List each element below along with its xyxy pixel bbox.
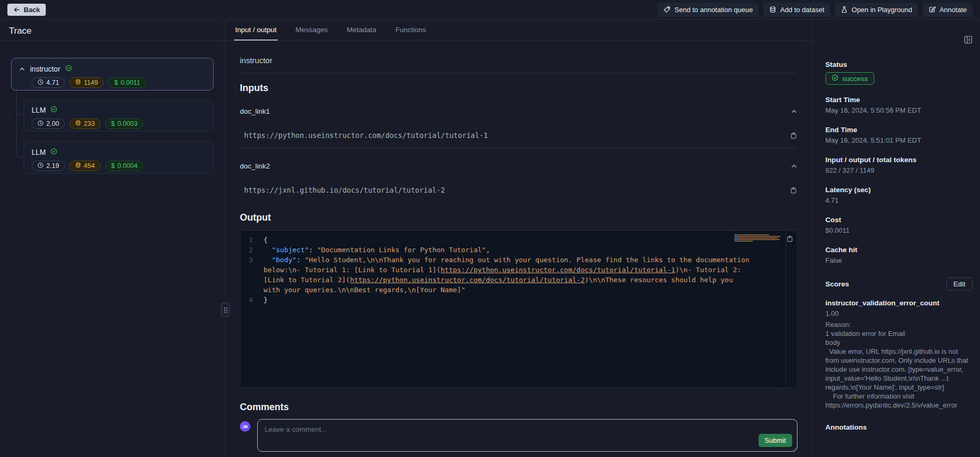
back-button[interactable]: Back bbox=[7, 4, 46, 16]
code-line: 2 "subject": "Documentation Links for Py… bbox=[240, 245, 797, 255]
clock-icon bbox=[37, 120, 44, 128]
check-circle-icon bbox=[65, 65, 72, 73]
cost-value: 0.0003 bbox=[117, 121, 137, 127]
code-text: : bbox=[297, 256, 305, 264]
arrow-left-icon bbox=[13, 6, 20, 13]
tree-node-label: LLM bbox=[32, 148, 46, 156]
output-code-block: 1 { 2 "subject": "Documentation Links fo… bbox=[240, 230, 797, 388]
field-value: $0.0011 bbox=[825, 226, 973, 235]
line-number: 2 bbox=[240, 245, 264, 255]
annotate-button[interactable]: Annotate bbox=[923, 3, 973, 17]
submit-label: Submit bbox=[765, 436, 786, 444]
json-url: https://python.useinstructor.com/docs/tu… bbox=[441, 266, 675, 274]
database-icon bbox=[75, 79, 81, 86]
json-key: "body" bbox=[272, 256, 297, 264]
tab-messages[interactable]: Messages bbox=[295, 19, 329, 41]
code-text: } bbox=[264, 296, 268, 304]
dollar-icon: $ bbox=[114, 80, 118, 86]
cost-value: 0.0011 bbox=[120, 80, 140, 86]
comment-input[interactable] bbox=[258, 420, 797, 451]
json-string: "Documentation Links for Python Tutorial… bbox=[317, 246, 486, 254]
copy-icon[interactable] bbox=[790, 186, 797, 194]
add-to-dataset-label: Add to dataset bbox=[780, 6, 824, 14]
field-value: False bbox=[825, 256, 973, 265]
database-icon bbox=[75, 120, 81, 127]
field-value: 822 / 327 / 1149 bbox=[825, 166, 973, 175]
json-url: https://python.useinstructor.com/docs/tu… bbox=[350, 276, 584, 284]
annotations-label: Annotations bbox=[825, 423, 973, 432]
input-field-value-row: https://jxnl.github.io/docs/tutorial/tut… bbox=[240, 186, 797, 194]
check-circle-icon bbox=[832, 74, 838, 83]
field-value: May 16, 2024, 5:50:56 PM EDT bbox=[825, 106, 973, 115]
pencil-square-icon bbox=[928, 6, 936, 13]
io-panel: instructor Inputs doc_link1 https://pyth… bbox=[226, 41, 812, 457]
flask-icon bbox=[841, 6, 848, 13]
collapse-chevron-up-icon[interactable] bbox=[791, 108, 797, 115]
comment-composer: JB Submit bbox=[240, 419, 797, 452]
collapse-panel-icon[interactable] bbox=[964, 35, 973, 44]
tab-bar: Input / output Messages Metadata Functio… bbox=[226, 19, 812, 41]
line-number: 3 bbox=[240, 255, 264, 295]
tree-node-header: LLM bbox=[24, 100, 213, 114]
copy-icon[interactable] bbox=[786, 235, 794, 243]
tab-label: Metadata bbox=[347, 26, 376, 34]
latency-value: 2.00 bbox=[46, 121, 59, 127]
line-number: 4 bbox=[240, 295, 264, 305]
inputs-heading: Inputs bbox=[240, 83, 797, 94]
main-content: Input / output Messages Metadata Functio… bbox=[226, 19, 812, 457]
add-to-dataset-button[interactable]: Add to dataset bbox=[763, 3, 830, 17]
annotation-tag-icon bbox=[663, 6, 671, 13]
tree-node-label: LLM bbox=[32, 106, 46, 114]
tree-node-llm-2[interactable]: LLM 2.19 454 $ 0.0 bbox=[24, 141, 214, 174]
edit-label: Edit bbox=[954, 280, 965, 288]
panel-field: Cache hit False bbox=[825, 246, 973, 265]
clock-icon bbox=[37, 162, 44, 170]
tree-node-instructor[interactable]: instructor 4.71 1149 $ bbox=[11, 58, 214, 91]
tokens-badge: 454 bbox=[69, 161, 100, 171]
status-label: Status bbox=[825, 61, 973, 69]
scores-header: Scores Edit bbox=[825, 277, 973, 291]
avatar: JB bbox=[240, 421, 250, 432]
code-scrollbar[interactable] bbox=[785, 231, 786, 388]
tree-node-llm-1[interactable]: LLM 2.00 233 $ 0.0 bbox=[24, 99, 214, 132]
field-label: Latency (sec) bbox=[825, 186, 973, 194]
chevron-up-icon[interactable] bbox=[19, 66, 25, 72]
panel-field: Latency (sec) 4.71 bbox=[825, 186, 973, 205]
send-to-annotation-queue-button[interactable]: Send to annotation queue bbox=[658, 3, 759, 17]
details-panel: Status success Start Time May 16, 2024, … bbox=[812, 19, 980, 457]
code-text: , bbox=[486, 246, 490, 254]
code-text: : bbox=[309, 246, 317, 254]
output-heading: Output bbox=[240, 212, 797, 223]
cost-badge: $ 0.0004 bbox=[105, 161, 143, 171]
cost-value: 0.0004 bbox=[117, 163, 137, 170]
code-text: { bbox=[264, 236, 268, 244]
panel-field: Input / output / total tokens 822 / 327 … bbox=[825, 156, 973, 175]
collapse-chevron-up-icon[interactable] bbox=[791, 163, 797, 170]
tab-functions[interactable]: Functions bbox=[395, 19, 428, 41]
send-to-annotation-queue-label: Send to annotation queue bbox=[674, 6, 753, 14]
database-icon bbox=[75, 162, 81, 170]
submit-button[interactable]: Submit bbox=[759, 434, 792, 447]
tab-label: Messages bbox=[296, 26, 328, 34]
field-label: Cache hit bbox=[825, 246, 973, 254]
tab-label: Input / output bbox=[235, 26, 277, 34]
score-reason: Reason: 1 validation error for Email bod… bbox=[825, 320, 973, 410]
code-line: 3 "body": "Hello Student,\n\nThank you f… bbox=[240, 255, 797, 295]
copy-icon[interactable] bbox=[790, 132, 797, 140]
tab-input-output[interactable]: Input / output bbox=[234, 19, 278, 41]
latency-value: 4.71 bbox=[46, 80, 59, 86]
tab-metadata[interactable]: Metadata bbox=[346, 19, 377, 41]
tab-label: Functions bbox=[396, 26, 427, 34]
input-field-value-row: https://python.useinstructor.com/docs/tu… bbox=[240, 131, 797, 140]
code-line: 1 { bbox=[240, 235, 797, 245]
open-in-playground-button[interactable]: Open in Playground bbox=[835, 3, 918, 17]
check-circle-icon bbox=[50, 106, 57, 114]
dollar-icon: $ bbox=[111, 121, 115, 127]
input-field-value: https://jxnl.github.io/docs/tutorial/tut… bbox=[240, 186, 445, 194]
panel-field: Cost $0.0011 bbox=[825, 216, 973, 235]
line-number: 1 bbox=[240, 235, 264, 245]
tokens-value: 233 bbox=[84, 121, 95, 127]
edit-scores-button[interactable]: Edit bbox=[946, 277, 973, 291]
field-label: Start Time bbox=[825, 96, 973, 104]
code-line: 4 } bbox=[240, 295, 797, 305]
